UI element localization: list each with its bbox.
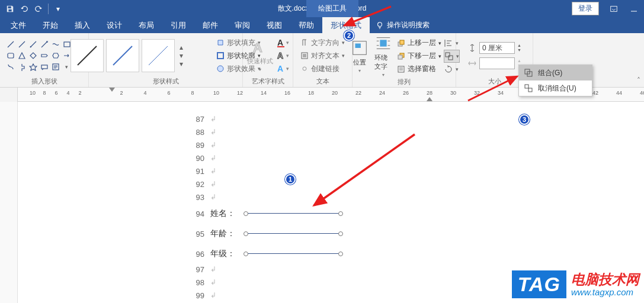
annotation-badge-1: 1: [285, 174, 296, 185]
create-link-button[interactable]: 创建链接: [300, 62, 345, 75]
ruler-tick: 8: [191, 90, 194, 96]
svg-rect-7: [64, 42, 70, 47]
svg-rect-0: [8, 6, 11, 8]
collapse-ribbon-icon[interactable]: ˄: [637, 76, 640, 85]
ruler-tick: 30: [450, 90, 456, 96]
svg-text:A: A: [277, 51, 283, 60]
group-label: 形状样式: [92, 77, 239, 87]
tab-references[interactable]: 引用: [162, 17, 194, 33]
svg-rect-31: [446, 53, 450, 57]
group-label: 插入形状: [4, 77, 85, 87]
text-outline-button[interactable]: A▾: [277, 49, 289, 62]
svg-point-3: [378, 22, 382, 26]
svg-rect-10: [41, 65, 47, 69]
tab-view[interactable]: 视图: [258, 17, 290, 33]
annotation-badge-2: 2: [344, 30, 354, 41]
tab-layout[interactable]: 布局: [130, 17, 162, 33]
lightbulb-icon: [376, 21, 384, 30]
text-direction-button[interactable]: 文字方向▾: [300, 36, 345, 49]
ruler-tick: 16: [284, 90, 290, 96]
line-row: 92↲: [187, 178, 216, 191]
send-backward-button[interactable]: 下移一层 ▾: [397, 50, 441, 63]
line-number: 90: [187, 154, 204, 163]
underline-shape[interactable]: [246, 233, 341, 234]
width-input[interactable]: [479, 57, 515, 69]
align-text-button[interactable]: 对齐文本▾: [300, 49, 345, 62]
height-input-row: 0 厘米 ▲▼: [467, 41, 521, 54]
underline-shape[interactable]: [246, 253, 341, 254]
ruler-tick: 6: [55, 90, 57, 96]
wrap-text-button[interactable]: 环绕文字▾: [372, 34, 395, 78]
vertical-ruler[interactable]: [0, 102, 18, 303]
ribbon-options-icon[interactable]: [604, 0, 624, 17]
line-number: 92: [187, 180, 204, 189]
svg-text:A: A: [253, 40, 262, 55]
ruler-tick: 24: [379, 90, 385, 96]
tab-file[interactable]: 文件: [2, 17, 34, 33]
ruler-tick: 6: [167, 90, 170, 96]
group-wordart-styles: A 快速样式▾ A▾ A▾ A▾ 艺术字样式: [243, 33, 293, 87]
line-number: 93: [187, 193, 204, 202]
svg-line-4: [8, 41, 14, 47]
tab-insert[interactable]: 插入: [66, 17, 98, 33]
group-text: 文字方向▾ 对齐文本▾ 创建链接 文本: [293, 33, 353, 87]
ruler-tick: 28: [427, 90, 432, 96]
group-arrange: 位置▾ 环绕文字▾ 上移一层 ▾ 下移一层 ▾ 选择窗格 ▾ ▾ ▾ 排列: [353, 33, 456, 87]
line-number: 98: [187, 278, 204, 287]
line-row: 87↲: [187, 112, 216, 125]
ruler-tick: 10: [213, 90, 219, 96]
svg-rect-1: [8, 9, 11, 11]
paragraph-mark: ↲: [210, 291, 216, 299]
group-label: 文本: [297, 77, 348, 87]
group-label: 排列: [356, 78, 452, 87]
redo-icon[interactable]: [32, 2, 45, 15]
line-number: 97: [187, 265, 204, 274]
ruler-tick: 18: [308, 90, 314, 96]
paragraph-mark: ↲: [210, 180, 216, 188]
line-row: 96年级：: [187, 247, 341, 260]
save-icon[interactable]: [4, 2, 17, 15]
tab-review[interactable]: 审阅: [226, 17, 258, 33]
text-effects-button[interactable]: A▾: [277, 62, 289, 75]
svg-line-14: [149, 46, 168, 65]
tab-help[interactable]: 帮助: [290, 17, 322, 33]
text-fill-button[interactable]: A▾: [277, 36, 289, 49]
menu-item-group[interactable]: 组合(G): [519, 65, 592, 80]
line-row: 89↲: [187, 138, 216, 152]
svg-line-6: [30, 41, 36, 47]
line-row: 97↲: [187, 263, 216, 276]
selection-pane-button[interactable]: 选择窗格: [397, 63, 441, 76]
qat-more-icon[interactable]: ▾: [52, 2, 65, 15]
svg-line-12: [78, 46, 97, 65]
svg-text:A: A: [277, 38, 283, 47]
position-button[interactable]: 位置▾: [348, 39, 371, 73]
tab-mailings[interactable]: 邮件: [194, 17, 226, 33]
menu-item-ungroup[interactable]: 取消组合(U): [519, 80, 592, 96]
quick-styles-button[interactable]: A 快速样式▾: [247, 39, 273, 72]
window-controls: 登录: [567, 0, 644, 17]
line-number: 91: [187, 167, 204, 176]
group-label: 艺术字样式: [246, 77, 289, 87]
underline-shape[interactable]: [246, 213, 341, 214]
minimize-icon[interactable]: [624, 0, 644, 17]
svg-rect-30: [398, 66, 404, 72]
line-row: 91↲: [187, 165, 216, 178]
bring-forward-button[interactable]: 上移一层 ▾: [397, 37, 441, 50]
tell-me-search[interactable]: 操作说明搜索: [370, 17, 430, 33]
line-style-gallery[interactable]: ▴▾▾: [71, 39, 210, 72]
svg-rect-19: [277, 46, 284, 47]
svg-rect-32: [448, 56, 453, 60]
ribbon-tabs: 文件 开始 插入 设计 布局 引用 邮件 审阅 视图 帮助 形状格式 操作说明搜…: [0, 17, 644, 33]
tab-home[interactable]: 开始: [34, 17, 66, 33]
line-number: 95: [187, 230, 204, 238]
tab-design[interactable]: 设计: [98, 17, 130, 33]
height-input[interactable]: 0 厘米: [479, 42, 515, 54]
ruler-tick: 2: [78, 90, 81, 96]
line-row: 94姓名：: [187, 207, 341, 220]
watermark-line2: www.tagxp.com: [571, 287, 639, 297]
undo-icon[interactable]: [18, 2, 31, 15]
svg-line-5: [19, 41, 25, 47]
paragraph-mark: ↲: [210, 115, 216, 123]
login-button[interactable]: 登录: [572, 2, 599, 15]
group-dropdown-menu: 组合(G) 取消组合(U): [518, 65, 592, 96]
